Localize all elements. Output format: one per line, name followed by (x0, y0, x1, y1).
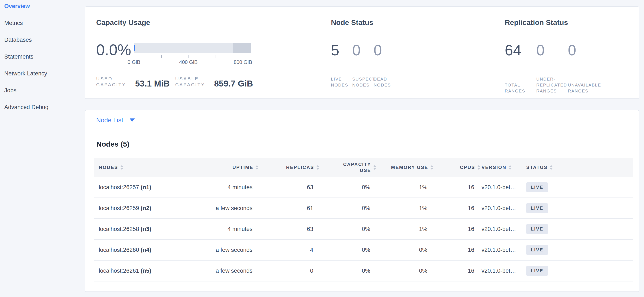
sidebar-item-databases[interactable]: Databases (0, 31, 84, 48)
live-status-badge: LIVE (526, 203, 548, 213)
stat-value: 0 (536, 42, 568, 58)
replicas-cell: 63 (258, 177, 319, 198)
column-header-label: REPLICAS (286, 164, 314, 170)
uptime-cell: a few seconds (207, 198, 258, 218)
capacity-use-cell: 0% (319, 219, 376, 239)
sort-arrows-icon (430, 165, 433, 170)
stat-value: 0 (352, 42, 374, 58)
node-list-panel: Node List Nodes (5) NODES UPTIME REPLICA… (85, 110, 639, 292)
column-header-label: CAPACITYUSE (343, 162, 371, 173)
cockroachdb-admin-overview-page: { "colors": { "accent_blue": "#3d7ef2", … (0, 0, 644, 297)
capacity-axis-labels: 0 GiB400 GiB800 GiB (134, 59, 243, 65)
node-table-row: localhost:26260 (n4)a few seconds40%0%16… (94, 240, 633, 261)
cpus-cell: 16 (433, 219, 480, 239)
node-address-cell[interactable]: localhost:26261 (n5) (94, 261, 207, 281)
node-status-section: Node Status 500 LIVENODESSUSPECTNODESDEA… (331, 7, 497, 88)
column-header-capacity-use[interactable]: CAPACITYUSE (319, 158, 376, 177)
sidebar-item-jobs[interactable]: Jobs (0, 82, 84, 99)
capacity-use-cell: 0% (319, 198, 376, 218)
axis-tick (188, 55, 189, 58)
node-address-cell[interactable]: localhost:26257 (n1) (94, 177, 207, 198)
node-table-row: localhost:26257 (n1)4 minutes630%1%16v20… (94, 177, 633, 198)
column-header-label: STATUS (526, 164, 548, 170)
sort-arrows-icon (120, 165, 123, 170)
status-cell: LIVE (525, 177, 633, 198)
column-header-label: NODES (99, 164, 118, 170)
node-address-link[interactable]: localhost:26257 (n1) (99, 184, 151, 191)
capacity-usage-section: Capacity Usage 0.0% 0 GiB400 GiB800 GiB … (96, 7, 326, 88)
axis-tick-label: 800 GiB (234, 59, 252, 65)
column-header-status[interactable]: STATUS (525, 158, 633, 177)
column-header-label: MEMORY USE (391, 164, 428, 170)
axis-tick (243, 55, 243, 58)
used-capacity-value: 53.1 MiB (135, 79, 170, 88)
memory-use-cell: 1% (376, 219, 433, 239)
usable-capacity-value: 859.7 GiB (214, 79, 253, 88)
capacity-bar-reserved-segment (233, 43, 251, 53)
stat-label: UNDER-REPLICATEDRANGES (536, 76, 568, 94)
replication-status-section: Replication Status 6400 TOTALRANGESUNDER… (505, 7, 637, 94)
node-table-row: localhost:26259 (n2)a few seconds610%1%1… (94, 198, 633, 219)
node-address-link[interactable]: localhost:26261 (n5) (99, 268, 151, 274)
column-header-label: VERSION (482, 164, 506, 170)
capacity-use-cell: 0% (319, 261, 376, 281)
axis-tick (134, 55, 134, 58)
stat-value: 64 (505, 42, 536, 58)
status-cell: LIVE (525, 219, 633, 239)
column-header-version[interactable]: VERSION (480, 158, 525, 177)
status-cell: LIVE (525, 198, 633, 218)
cpus-cell: 16 (433, 177, 480, 198)
capacity-bar (134, 43, 251, 53)
axis-tick (216, 55, 216, 58)
nodes-table-header-row: NODES UPTIME REPLICAS CAPACITYUSE MEMORY… (94, 158, 633, 177)
node-address-cell[interactable]: localhost:26258 (n3) (94, 219, 207, 239)
chevron-down-icon (130, 118, 135, 122)
node-list-dropdown[interactable]: Node List (85, 110, 639, 130)
memory-use-cell: 1% (376, 198, 433, 218)
node-list-dropdown-label: Node List (96, 117, 123, 124)
sort-arrows-icon (373, 165, 376, 170)
live-status-badge: LIVE (526, 266, 548, 276)
uptime-cell: 4 minutes (207, 219, 258, 239)
version-cell: v20.1.0-bet… (480, 219, 525, 239)
cluster-summary-panel: Capacity Usage 0.0% 0 GiB400 GiB800 GiB … (85, 6, 639, 99)
nodes-count-title: Nodes (5) (96, 140, 630, 148)
capacity-bar-used-marker (134, 45, 135, 51)
node-address-cell[interactable]: localhost:26260 (n4) (94, 240, 207, 260)
column-header-cpus[interactable]: CPUS (433, 158, 480, 177)
node-address-link[interactable]: localhost:26260 (n4) (99, 247, 151, 253)
live-status-badge: LIVE (526, 245, 548, 255)
sidebar-item-statements[interactable]: Statements (0, 48, 84, 65)
node-address-link[interactable]: localhost:26259 (n2) (99, 205, 151, 212)
replicas-cell: 0 (258, 261, 319, 281)
nodes-table-body: localhost:26257 (n1)4 minutes630%1%16v20… (94, 177, 633, 282)
memory-use-cell: 1% (376, 177, 433, 198)
stat-value: 0 (568, 42, 600, 58)
stat-label: TOTALRANGES (505, 82, 536, 94)
column-header-uptime[interactable]: UPTIME (207, 158, 258, 177)
stat-value: 0 (374, 42, 395, 58)
replication-status-title: Replication Status (505, 19, 637, 26)
sidebar-item-overview[interactable]: Overview (0, 0, 84, 15)
node-address-link[interactable]: localhost:26258 (n3) (99, 226, 151, 233)
sidebar-item-advanced-debug[interactable]: Advanced Debug (0, 99, 84, 116)
capacity-axis-ticks (134, 55, 243, 58)
column-header-nodes[interactable]: NODES (94, 158, 207, 177)
sidebar-nav: OverviewMetricsDatabasesStatementsNetwor… (0, 0, 84, 297)
memory-use-cell: 0% (376, 240, 433, 260)
node-address-cell[interactable]: localhost:26259 (n2) (94, 198, 207, 218)
node-table-row: localhost:26258 (n3)4 minutes630%1%16v20… (94, 219, 633, 240)
capacity-meter: 0 GiB400 GiB800 GiB (134, 43, 251, 65)
sidebar-item-metrics[interactable]: Metrics (0, 15, 84, 31)
cpus-cell: 16 (433, 240, 480, 260)
column-header-memory-use[interactable]: MEMORY USE (376, 158, 433, 177)
capacity-use-cell: 0% (319, 177, 376, 198)
node-status-title: Node Status (331, 19, 497, 26)
column-header-replicas[interactable]: REPLICAS (258, 158, 319, 177)
sidebar-item-network-latency[interactable]: Network Latency (0, 65, 84, 82)
column-header-label: UPTIME (232, 164, 253, 170)
axis-tick-label: 400 GiB (179, 59, 198, 65)
replicas-cell: 61 (258, 198, 319, 218)
version-cell: v20.1.0-bet… (480, 177, 525, 198)
capacity-used-percent: 0.0% (96, 43, 130, 57)
